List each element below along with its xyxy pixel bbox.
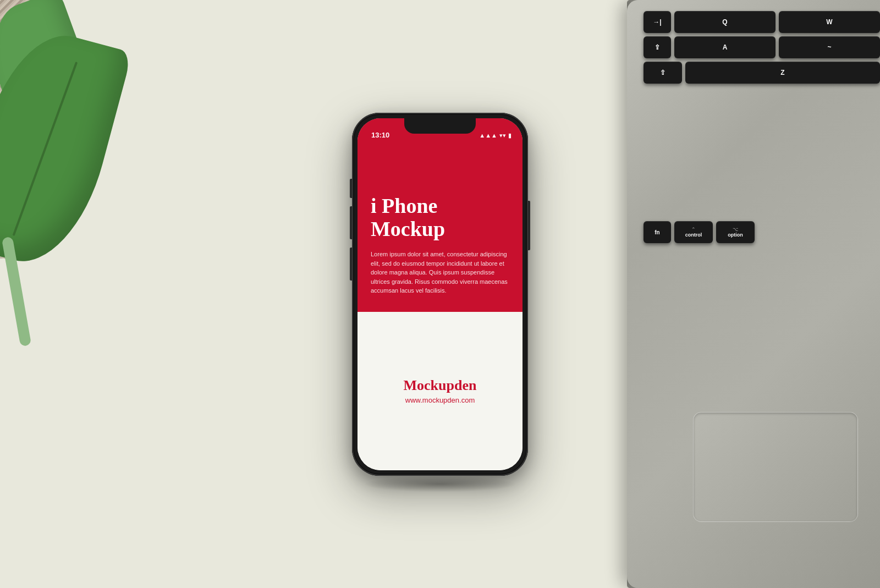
iphone-notch [404,118,476,134]
keyboard-row-2: ⇪ A ~ [632,36,880,58]
key-fn[interactable]: fn [644,221,671,243]
iphone-wrapper: 13:10 ▲▲▲ ▾▾ ▮ i Phone Mockup Lorem ipsu… [352,113,528,476]
status-icons: ▲▲▲ ▾▾ ▮ [479,132,512,139]
screen-top-section: i Phone Mockup Lorem ipsum dolor sit ame… [358,118,522,312]
key-caps[interactable]: ⇪ [644,36,671,58]
screen-title-line2: Mockup [371,217,445,240]
key-a[interactable]: A [674,36,776,58]
iphone-power-button[interactable] [528,201,530,250]
iphone-mute-button[interactable] [350,179,352,198]
screen-title-line1: i Phone [371,194,437,217]
key-tab[interactable]: →| [644,11,671,33]
brand-url: www.mockupden.com [405,396,475,404]
laptop: →| Q W ⇪ A ~ [616,0,880,588]
keyboard-row-bottom: fn ⌃ control ⌥ option [632,221,880,243]
iphone-device: 13:10 ▲▲▲ ▾▾ ▮ i Phone Mockup Lorem ipsu… [352,113,528,476]
screen-bottom-section: Mockupden www.mockupden.com [358,312,522,470]
keyboard-row-1: →| Q W [632,11,880,33]
key-control[interactable]: ⌃ control [674,221,713,243]
trackpad[interactable] [693,412,858,522]
wifi-icon: ▾▾ [499,132,506,139]
battery-icon: ▮ [508,132,512,139]
signal-icon: ▲▲▲ [479,132,497,139]
key-q[interactable]: Q [674,11,776,33]
iphone-screen: 13:10 ▲▲▲ ▾▾ ▮ i Phone Mockup Lorem ipsu… [358,118,522,470]
iphone-volume-down-button[interactable] [350,248,352,281]
key-z[interactable]: Z [685,62,880,84]
key-option[interactable]: ⌥ option [716,221,755,243]
brand-name: Mockupden [404,377,477,394]
iphone-shadow [363,476,517,492]
screen-headline: i Phone Mockup [371,195,509,241]
key-shift-left[interactable]: ⇧ [644,62,682,84]
laptop-body: →| Q W ⇪ A ~ [627,0,880,588]
iphone-volume-up-button[interactable] [350,206,352,239]
key-w[interactable]: W [779,11,880,33]
screen-body-text: Lorem ipsum dolor sit amet, consectetur … [371,250,509,295]
key-tilde[interactable]: ~ [779,36,880,58]
plant-decoration [0,0,143,347]
keyboard-area: →| Q W ⇪ A ~ [632,11,880,286]
keyboard-row-3: ⇧ Z [632,62,880,84]
